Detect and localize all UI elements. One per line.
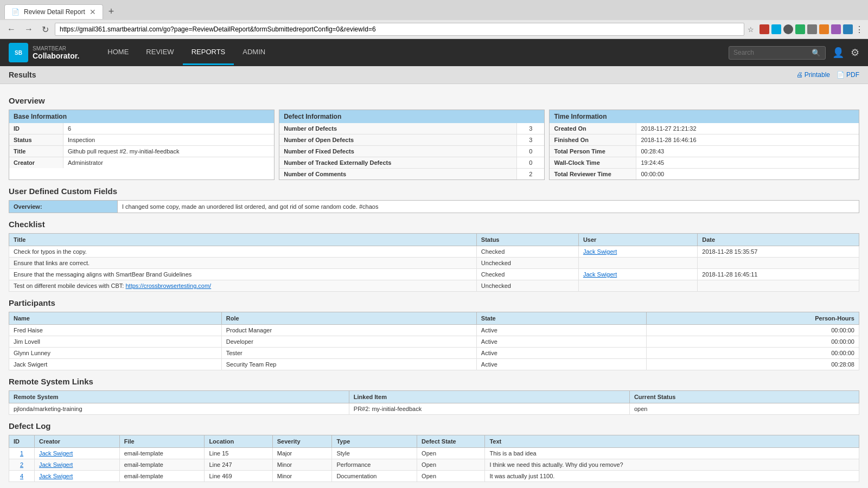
print-links: 🖨 Printable 📄 PDF (796, 71, 859, 79)
participant-state-1: Active (476, 336, 646, 348)
time-info-row-0: Created On 2018-11-27 21:21:32 (550, 123, 859, 134)
participants-col-hours: Person-Hours (647, 312, 859, 325)
defect-info-body: Number of Defects 3 Number of Open Defec… (279, 123, 544, 179)
browser-ext-icon-7[interactable] (831, 24, 841, 34)
custom-fields-title: User Defined Custom Fields (9, 187, 859, 196)
defect-info-row-2: Number of Fixed Defects 0 (279, 146, 544, 157)
checklist-cell-title-2: Ensure that the messaging aligns with Sm… (9, 269, 477, 280)
remote-linked-0: PR#2: my-initial-feedback (349, 403, 629, 415)
tab-bar: 📄 Review Detail Report ✕ + (0, 0, 868, 20)
defect-creator-0: Jack Swigert (35, 448, 120, 459)
defect-creator-link-1[interactable]: Jack Swigert (39, 461, 73, 468)
time-info-row-4: Total Reviewer Time 00:00:00 (550, 169, 859, 179)
defect-state-1: Open (417, 459, 485, 471)
checklist-cell-title-0: Check for typos in the copy. (9, 246, 477, 258)
defect-col-state: Defect State (417, 435, 485, 448)
time-info-body: Created On 2018-11-27 21:21:32 Finished … (550, 123, 859, 179)
participant-role-3: Security Team Rep (221, 359, 476, 370)
time-info-row-1: Finished On 2018-11-28 16:46:16 (550, 134, 859, 146)
overview-title: Overview (9, 96, 859, 105)
user-icon[interactable]: 👤 (832, 47, 844, 59)
browser-ext-icon-4[interactable] (795, 24, 805, 34)
defect-id-1: 2 (9, 459, 35, 471)
participant-hours-0: 00:00:00 (647, 325, 859, 336)
settings-icon[interactable]: ⚙ (851, 47, 859, 59)
defect-id-link-0[interactable]: 1 (20, 450, 23, 457)
browser-ext-icon-5[interactable] (807, 24, 817, 34)
tab-close-button[interactable]: ✕ (90, 8, 96, 16)
remote-col-system: Remote System (9, 391, 349, 403)
defect-text-2: It was actually just 1100. (485, 471, 859, 482)
defect-col-creator: Creator (35, 435, 120, 448)
checklist-cell-date-0: 2018-11-28 15:35:57 (698, 246, 859, 258)
participant-name-1: Jim Lovell (9, 336, 222, 348)
checklist-row-1: Ensure that links are correct. Unchecked (9, 258, 859, 269)
defect-info-row-4: Number of Comments 2 (279, 169, 544, 179)
nav-item-admin[interactable]: ADMIN (234, 40, 274, 65)
checklist-cell-status-1: Unchecked (476, 258, 578, 269)
checklist-cbt-link[interactable]: https://crossbrowsertesting.com/ (125, 282, 211, 289)
search-input[interactable] (733, 49, 809, 56)
participant-name-0: Fred Haise (9, 325, 222, 336)
pdf-icon: 📄 (837, 71, 845, 79)
nav-item-review[interactable]: REVIEW (137, 40, 182, 65)
search-button[interactable]: 🔍 (812, 49, 821, 57)
active-tab[interactable]: 📄 Review Detail Report ✕ (4, 4, 103, 19)
defect-col-text: Text (485, 435, 859, 448)
pdf-link[interactable]: 📄 PDF (837, 71, 859, 79)
new-tab-button[interactable]: + (103, 3, 120, 20)
checklist-user-link-2[interactable]: Jack Swigert (583, 271, 617, 278)
checklist-cell-status-3: Unchecked (476, 280, 578, 292)
participants-title: Participants (9, 298, 859, 307)
address-bar-input[interactable] (55, 23, 744, 36)
browser-icons: ⋮ (760, 24, 864, 35)
participant-hours-1: 00:00:00 (647, 336, 859, 348)
defect-type-2: Documentation (332, 471, 417, 482)
forward-button[interactable]: → (22, 23, 36, 35)
defect-type-1: Performance (332, 459, 417, 471)
defect-id-link-1[interactable]: 2 (20, 461, 23, 468)
bookmark-icon[interactable]: ☆ (748, 25, 754, 34)
participants-row-1: Jim Lovell Developer Active 00:00:00 (9, 336, 859, 348)
participants-row-3: Jack Swigert Security Team Rep Active 00… (9, 359, 859, 370)
checklist-cell-user-2: Jack Swigert (578, 269, 697, 280)
participant-name-3: Jack Swigert (9, 359, 222, 370)
custom-fields-section: Overview: I changed some copy, made an u… (9, 200, 859, 213)
defect-id-link-2[interactable]: 4 (20, 473, 23, 479)
participant-name-2: Glynn Lunney (9, 348, 222, 359)
defect-creator-link-0[interactable]: Jack Swigert (39, 450, 73, 457)
defect-row-1: 2 Jack Swigert email-template Line 247 M… (9, 459, 859, 471)
defect-col-severity: Severity (272, 435, 332, 448)
defect-log-title: Defect Log (9, 421, 859, 431)
defect-creator-link-2[interactable]: Jack Swigert (39, 473, 73, 479)
base-info-card: Base Information ID 6 Status Inspection … (9, 110, 275, 180)
browser-ext-icon-6[interactable] (819, 24, 829, 34)
checklist-cell-user-1 (578, 258, 697, 269)
participant-hours-3: 00:28:08 (647, 359, 859, 370)
logo-collaborator: Collaborator. (33, 52, 79, 60)
participant-role-1: Developer (221, 336, 476, 348)
defect-id-0: 1 (9, 448, 35, 459)
printable-link[interactable]: 🖨 Printable (796, 71, 830, 79)
refresh-button[interactable]: ↻ (39, 23, 52, 36)
browser-ext-icon-8[interactable] (843, 24, 853, 34)
page-content: Results 🖨 Printable 📄 PDF Overview Base … (0, 66, 868, 488)
browser-menu-icon[interactable]: ⋮ (855, 24, 864, 35)
defect-info-row-0: Number of Defects 3 (279, 123, 544, 134)
participant-role-0: Product Manager (221, 325, 476, 336)
nav-item-home[interactable]: HOME (99, 40, 137, 65)
nav-item-reports[interactable]: REPORTS (183, 40, 234, 65)
browser-ext-icon-1[interactable] (760, 24, 769, 34)
checklist-cell-date-3 (698, 280, 859, 292)
back-button[interactable]: ← (4, 23, 18, 35)
browser-ext-icon-3[interactable] (783, 24, 793, 34)
participant-state-2: Active (476, 348, 646, 359)
checklist-user-link-0[interactable]: Jack Swigert (583, 248, 617, 255)
defect-info-header: Defect Information (279, 110, 544, 123)
logo-text-area: SMARTBEAR Collaborator. (33, 46, 79, 60)
browser-ext-icon-2[interactable] (771, 24, 781, 34)
search-box[interactable]: 🔍 (729, 46, 826, 60)
logo-box: SB (9, 43, 28, 62)
defect-file-2: email-template (119, 471, 205, 482)
defect-info-row-1: Number of Open Defects 3 (279, 134, 544, 146)
